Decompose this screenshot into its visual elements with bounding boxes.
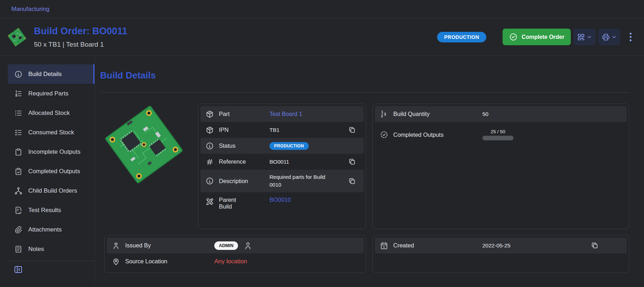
progress-text: 25 / 50 xyxy=(491,129,505,134)
sidebar-collapse-button[interactable] xyxy=(13,265,24,274)
sidebar-item-required-parts[interactable]: Required Parts xyxy=(8,84,94,103)
part-thumbnail xyxy=(7,27,27,47)
progress-check-icon xyxy=(375,130,393,139)
detail-label: Issued By xyxy=(125,242,214,249)
progress-track xyxy=(482,136,514,140)
sidebar-item-test-results[interactable]: Test Results xyxy=(8,200,94,220)
package-icon xyxy=(201,110,219,118)
user-icon xyxy=(107,241,125,250)
detail-row-created: 1 Created 2022-05-25 xyxy=(375,238,627,253)
sidebar-item-label: Allocated Stock xyxy=(28,110,70,117)
source-location-value: Any location xyxy=(214,258,247,265)
page-header: Build Order: BO0011 50 x TB1 | Test Boar… xyxy=(0,18,644,56)
detail-row-description: Description Required parts for Build 001… xyxy=(201,170,364,192)
file-check-icon xyxy=(14,206,23,215)
paperclip-icon xyxy=(14,226,23,234)
copy-button[interactable] xyxy=(591,242,598,249)
detail-row-build-quantity: 123 Build Quantity 50 xyxy=(375,106,627,122)
detail-value: TB1 xyxy=(269,127,279,133)
panel-heading: Build Details xyxy=(100,70,629,81)
page-title: Build Order: BO0011 xyxy=(34,26,127,37)
breadcrumb-link-manufacturing[interactable]: Manufacturing xyxy=(11,6,50,13)
status-badge: PRODUCTION xyxy=(269,142,309,150)
detail-row-completed-outputs: Completed Outputs 25 / 50 xyxy=(375,122,627,147)
list-check-icon xyxy=(14,128,23,137)
detail-row-parent-build: Parent Build BO0010 xyxy=(201,192,364,227)
complete-order-button[interactable]: Complete Order xyxy=(503,29,571,45)
build-quantity-card: 123 Build Quantity 50 Completed Outputs … xyxy=(372,104,629,229)
user-icon xyxy=(243,241,253,250)
sidebar-item-attachments[interactable]: Attachments xyxy=(8,220,94,239)
sidebar-item-label: Child Build Orders xyxy=(28,187,77,194)
detail-row-ipn: IPN TB1 xyxy=(201,122,364,138)
detail-label: IPN xyxy=(219,127,269,133)
sidebar-item-label: Attachments xyxy=(28,226,62,233)
part-details-card: Part Test Board 1 IPN TB1 xyxy=(198,104,366,229)
hash-icon xyxy=(201,158,219,166)
package-icon xyxy=(201,126,219,134)
copy-icon xyxy=(591,242,598,249)
dots-vertical-icon xyxy=(627,32,634,42)
sidebar-item-label: Completed Outputs xyxy=(28,168,80,175)
actions-menu-button[interactable] xyxy=(625,30,636,44)
chevron-down-icon xyxy=(586,34,592,40)
header-text: Build Order: BO0011 50 x TB1 | Test Boar… xyxy=(34,26,127,48)
numbers-icon: 123 xyxy=(375,110,393,118)
copy-icon xyxy=(348,126,356,134)
sidebar-item-label: Required Parts xyxy=(28,90,68,97)
detail-row-issued-by: Issued By ADMIN xyxy=(107,238,364,253)
detail-row-source-location: Source Location Any location xyxy=(107,253,364,269)
detail-label: Completed Outputs xyxy=(393,131,482,138)
qr-code-icon xyxy=(577,33,585,41)
svg-text:2: 2 xyxy=(381,114,383,118)
copy-button[interactable] xyxy=(348,158,356,165)
detail-value: BO0011 xyxy=(269,159,289,165)
part-image[interactable] xyxy=(103,104,185,186)
part-link[interactable]: Test Board 1 xyxy=(269,111,302,117)
sidebar-divider xyxy=(8,261,94,261)
breadcrumb: Manufacturing xyxy=(0,0,644,18)
hierarchy-icon xyxy=(14,187,23,195)
copy-button[interactable] xyxy=(348,126,356,134)
sidebar-item-completed-outputs[interactable]: Completed Outputs xyxy=(8,162,94,181)
sidebar-item-label: Test Results xyxy=(28,207,61,214)
chevron-down-icon xyxy=(611,34,617,40)
detail-label: Parent Build xyxy=(219,197,246,210)
print-button[interactable] xyxy=(598,29,620,45)
parent-build-link[interactable]: BO0010 xyxy=(269,197,291,203)
sidebar-item-consumed-stock[interactable]: Consumed Stock xyxy=(8,123,94,142)
circle-check-icon xyxy=(509,33,518,41)
qr-code-button[interactable] xyxy=(574,29,596,45)
sidebar-item-build-details[interactable]: Build Details xyxy=(8,64,94,84)
clipboard-icon xyxy=(14,148,23,156)
sidebar-item-label: Notes xyxy=(28,246,44,253)
sidebar: Build Details Required Parts Allocated S… xyxy=(0,56,95,287)
sidebar-item-label: Incomplete Outputs xyxy=(28,148,80,156)
detail-row-reference: Reference BO0011 xyxy=(201,154,364,170)
detail-value: Required parts for Build 0010 xyxy=(269,173,330,189)
detail-label: Source Location xyxy=(125,258,214,265)
complete-order-label: Complete Order xyxy=(522,34,564,40)
sidebar-item-child-build-orders[interactable]: Child Build Orders xyxy=(8,181,94,200)
svg-text:3: 3 xyxy=(384,112,386,116)
created-card: 1 Created 2022-05-25 xyxy=(372,235,629,273)
issued-card: Issued By ADMIN Source Location Any loca… xyxy=(104,235,366,273)
sidebar-item-allocated-stock[interactable]: Allocated Stock xyxy=(8,103,94,123)
info-circle-icon xyxy=(201,142,219,150)
list-numbers-icon xyxy=(14,89,23,98)
detail-value: 50 xyxy=(482,111,488,117)
list-icon xyxy=(14,109,23,117)
detail-label: Part xyxy=(219,111,269,117)
sidebar-item-label: Build Details xyxy=(28,71,62,78)
copy-button[interactable] xyxy=(348,177,356,185)
created-value: 2022-05-25 xyxy=(482,242,510,249)
sidebar-item-incomplete-outputs[interactable]: Incomplete Outputs xyxy=(8,142,94,162)
clipboard-check-icon xyxy=(14,167,23,176)
calendar-icon: 1 xyxy=(375,241,393,250)
issued-by-badge: ADMIN xyxy=(214,241,238,250)
panel-collapse-icon xyxy=(13,265,24,274)
detail-label: Reference xyxy=(219,158,269,165)
info-circle-icon xyxy=(201,177,219,185)
status-badge: PRODUCTION xyxy=(437,32,486,42)
sidebar-item-notes[interactable]: Notes xyxy=(8,239,94,259)
